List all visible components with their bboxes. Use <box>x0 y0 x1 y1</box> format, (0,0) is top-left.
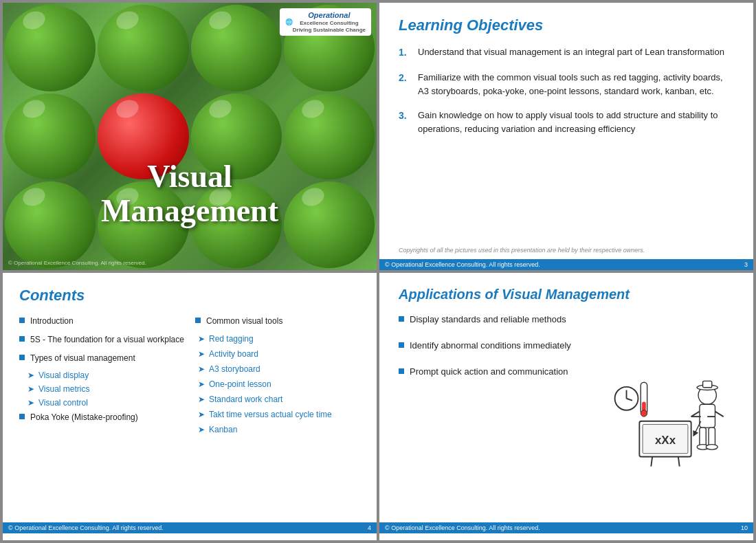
slide3-footer: © Operational Excellence Consulting. All… <box>3 522 377 533</box>
app-item-1: Display standards and reliable methods <box>399 313 590 326</box>
obj-num-3: 3. <box>399 109 414 135</box>
one-point-text: One-point lesson <box>209 379 271 389</box>
slide-contents: Contents Introduction 5S - The foundatio… <box>3 273 377 540</box>
obj-num-1: 1. <box>399 45 414 60</box>
contents-types-text: Types of visual management <box>30 353 135 364</box>
slide-bg <box>3 3 377 270</box>
slide3-footer-text: © Operational Excellence Consulting. All… <box>8 524 164 531</box>
title-line1: Visual Management <box>3 159 377 229</box>
arrow-icon-3: ➤ <box>27 398 34 408</box>
objective-1: 1. Understand that visual management is … <box>399 45 734 60</box>
contents-intro-text: Introduction <box>30 315 74 327</box>
app-item-2: Identify abnormal conditions immediately <box>399 340 590 352</box>
contents-body: Introduction 5S - The foundation for a v… <box>19 315 360 440</box>
arrow-icon-4: ➤ <box>198 334 205 344</box>
slide4-footer: © Operational Excellence Consulting. All… <box>379 522 753 533</box>
app-text-2: Identify abnormal conditions immediately <box>410 340 571 352</box>
red-tagging-text: Red tagging <box>209 334 254 344</box>
arrow-activity-board: ➤ Activity board <box>198 349 360 359</box>
illustration-svg: xXx <box>600 363 731 473</box>
obj-text-1: Understand that visual management is an … <box>418 45 724 60</box>
takt-time-text: Takt time versus actual cycle time <box>209 410 332 419</box>
sub-visual-metrics: ➤ Visual metrics <box>27 384 184 394</box>
arrow-takt-time: ➤ Takt time versus actual cycle time <box>198 410 360 419</box>
svg-point-10 <box>641 410 647 417</box>
logo-sub1: Excellence Consulting <box>293 20 366 27</box>
visual-control-text: Visual control <box>38 398 88 408</box>
apple-grid <box>3 3 377 270</box>
svg-text:xXx: xXx <box>655 434 676 447</box>
standard-work-text: Standard work chart <box>209 395 282 404</box>
slide2-footer-text: © Operational Excellence Consulting. All… <box>385 261 540 268</box>
bullet-icon-5 <box>195 318 201 323</box>
obj-text-3: Gain knowledge on how to apply visual to… <box>418 109 734 135</box>
globe-icon: 🌐 <box>285 19 293 25</box>
slide2-page-num: 3 <box>744 261 748 268</box>
slide1-footer: © Operational Excellence Consulting. All… <box>8 260 146 266</box>
bullet-icon-3 <box>19 355 25 360</box>
sub-visual-display: ➤ Visual display <box>27 370 184 380</box>
slide4-title: Applications of Visual Management <box>399 287 734 302</box>
app-list: Display standards and reliable methods I… <box>399 313 590 522</box>
slide2-title: Learning Objectives <box>399 16 734 34</box>
svg-point-22 <box>706 445 718 450</box>
arrow-one-point: ➤ One-point lesson <box>198 379 360 389</box>
bullet-icon-4 <box>19 414 25 419</box>
app-body: Display standards and reliable methods I… <box>399 313 734 522</box>
slide4-footer-text: © Operational Excellence Consulting. All… <box>385 524 540 531</box>
arrow-kanban: ➤ Kanban <box>198 425 360 434</box>
logo-sub2: Driving Sustainable Change <box>293 27 366 34</box>
arrow-icon-8: ➤ <box>198 395 205 404</box>
svg-line-16 <box>715 412 723 417</box>
visual-display-text: Visual display <box>38 370 89 380</box>
kanban-text: Kanban <box>209 425 237 434</box>
svg-line-15 <box>691 412 700 417</box>
arrow-a3-storyboard: ➤ A3 storyboard <box>198 364 360 374</box>
slide-applications: Applications of Visual Management Displa… <box>379 273 753 540</box>
contents-col1: Introduction 5S - The foundation for a v… <box>19 315 184 440</box>
apple-3 <box>191 5 282 91</box>
svg-line-4 <box>678 456 680 466</box>
contents-poka: Poka Yoke (Mistake-proofing) <box>19 412 184 423</box>
app-bullet-1 <box>399 316 404 322</box>
obj-text-2: Familiarize with the common visual tools… <box>418 71 734 98</box>
slide3-page-num: 4 <box>368 524 371 531</box>
arrow-icon-6: ➤ <box>198 364 205 374</box>
sub-visual-control: ➤ Visual control <box>27 398 184 408</box>
obj-num-2: 2. <box>399 71 414 98</box>
arrow-icon-7: ➤ <box>198 379 205 389</box>
objective-3: 3. Gain knowledge on how to apply visual… <box>399 109 734 135</box>
objective-2: 2. Familiarize with the common visual to… <box>399 71 734 98</box>
apple-2 <box>98 5 188 91</box>
slide2-footer: © Operational Excellence Consulting. All… <box>379 259 753 270</box>
arrow-red-tagging: ➤ Red tagging <box>198 334 360 344</box>
objectives-list: 1. Understand that visual management is … <box>399 45 734 247</box>
contents-poka-text: Poka Yoke (Mistake-proofing) <box>30 412 138 423</box>
slide3-title: Contents <box>19 287 360 304</box>
contents-5s: 5S - The foundation for a visual workpla… <box>19 334 184 346</box>
arrow-icon-10: ➤ <box>198 425 205 434</box>
arrow-icon-9: ➤ <box>198 410 205 419</box>
visual-metrics-text: Visual metrics <box>38 384 89 394</box>
company-logo: 🌐 Operational Excellence Consulting Driv… <box>280 8 371 36</box>
slide4-page-num: 10 <box>741 524 748 531</box>
app-text-3: Prompt quick action and communication <box>410 366 568 378</box>
logo-brand: Operational <box>293 11 366 20</box>
slide-title: 🌐 Operational Excellence Consulting Driv… <box>3 3 377 270</box>
a3-storyboard-text: A3 storyboard <box>209 364 260 374</box>
app-illustration: xXx <box>597 313 734 522</box>
arrow-icon-5: ➤ <box>198 349 205 359</box>
contents-common-text: Common visual tools <box>206 315 282 327</box>
arrow-standard-work: ➤ Standard work chart <box>198 395 360 404</box>
activity-board-text: Activity board <box>209 349 258 359</box>
slide-learning-objectives: Learning Objectives 1. Understand that v… <box>379 3 753 270</box>
svg-rect-13 <box>703 381 712 387</box>
contents-5s-text: 5S - The foundation for a visual workpla… <box>30 334 184 346</box>
svg-line-3 <box>651 456 652 466</box>
copyright-note: Copyrights of all the pictures used in t… <box>399 247 734 254</box>
app-bullet-3 <box>399 368 404 374</box>
contents-common: Common visual tools <box>195 315 360 327</box>
app-bullet-2 <box>399 342 404 348</box>
contents-intro: Introduction <box>19 315 184 327</box>
bullet-icon-1 <box>19 318 25 323</box>
